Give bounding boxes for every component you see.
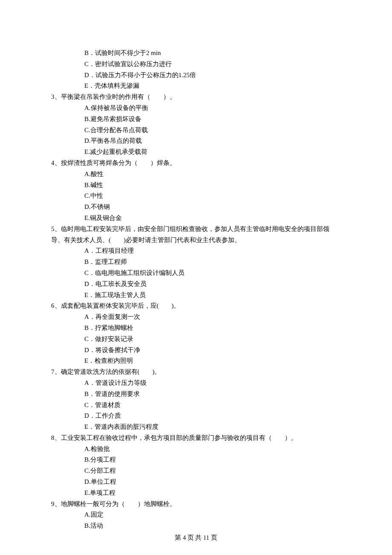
question-options: A.检验批 B.分项工程 C.分部工程 D.单位工程 E.单项工程 [51,444,341,499]
option-a: A.酸性 [84,169,341,180]
option-b: B．拧紧地脚螺栓 [84,323,341,334]
question-options: A.固定 B.活动 [51,509,341,532]
question-stem: 5、临时用电工程安装完毕后，由安全部门组织检查验收，参加人员有主管临时用电安全的… [51,224,341,246]
option-d: D.不锈钢 [84,202,341,213]
question-6: 6、成套配电装置柜体安装完毕后，应( )。 A．再全面复测一次 B．拧紧地脚螺栓… [51,301,341,367]
option-e: E．施工现场主管人员 [84,290,341,301]
question-stem: 4、按焊渣性质可将焊条分为（ ）焊条。 [51,158,341,169]
option-c: C.中性 [84,191,341,202]
question-4: 4、按焊渣性质可将焊条分为（ ）焊条。 A.酸性 B.碱性 C.中性 D.不锈钢… [51,158,341,224]
option-b: B.分项工程 [84,454,341,465]
option-c: C．密封试验宜以公称压力进行 [84,59,341,70]
option-e: E．壳体填料无渗漏 [84,81,341,92]
question-options: A．管道设计压力等级 B．管道的使用要求 C．管道材质 D．工作介质 E．管道内… [51,378,341,433]
option-a: A．再全面复测一次 [84,312,341,323]
option-a: A.检验批 [84,444,341,455]
question-options: A.酸性 B.碱性 C.中性 D.不锈钢 E.铜及铜合金 [51,169,341,224]
question-7: 7、确定管道吹洗方法的依据有( )。 A．管道设计压力等级 B．管道的使用要求 … [51,367,341,433]
question-5: 5、临时用电工程安装完毕后，由安全部门组织检查验收，参加人员有主管临时用电安全的… [51,224,341,301]
option-d: D．将设备擦拭干净 [84,345,341,356]
question-stem: 3、平衡梁在吊装作业时的作用有（ ）。 [51,92,341,103]
option-a: A.保持被吊设备的平衡 [84,103,341,114]
option-c: C．管道材质 [84,400,341,411]
question-stem: 9、地脚螺栓一般可分为（ ）地脚螺栓。 [51,499,341,510]
option-e: E．管道内表面的脏污程度 [84,422,341,433]
option-b: B.避免吊索损坏设备 [84,114,341,125]
question-options: A.保持被吊设备的平衡 B.避免吊索损坏设备 C.合理分配各吊点荷载 D.平衡各… [51,103,341,158]
continuation-options: B．试验时间不得少于2 min C．密封试验宜以公称压力进行 D．试验压力不得小… [51,48,341,92]
option-c: C．做好安装记录 [84,334,341,345]
option-b: B．监理工程师 [84,257,341,268]
option-c: C．临电用电施工组织设计编制人员 [84,268,341,279]
page: B．试验时间不得少于2 min C．密封试验宜以公称压力进行 D．试验压力不得小… [0,0,392,555]
option-c: C.合理分配各吊点荷载 [84,125,341,136]
option-a: A．工程项目经理 [84,246,341,257]
option-b: B．试验时间不得少于2 min [84,48,341,59]
question-3: 3、平衡梁在吊装作业时的作用有（ ）。 A.保持被吊设备的平衡 B.避免吊索损坏… [51,92,341,158]
question-options: A．工程项目经理 B．监理工程师 C．临电用电施工组织设计编制人员 D．电工班长… [51,246,341,301]
question-stem: 8、工业安装工程在验收过程中，承包方项目部的质量部门参与验收的项目有（ ）。 [51,433,341,444]
question-9: 9、地脚螺栓一般可分为（ ）地脚螺栓。 A.固定 B.活动 [51,499,341,532]
page-footer: 第 4 页 共 11 页 [0,532,392,543]
option-d: D．试验压力不得小于公称压力的1.25倍 [84,70,341,81]
option-b: B.活动 [84,520,341,532]
option-d: D.平衡各吊点的荷载 [84,136,341,147]
option-b: B．管道的使用要求 [84,389,341,400]
option-c: C.分部工程 [84,465,341,477]
question-8: 8、工业安装工程在验收过程中，承包方项目部的质量部门参与验收的项目有（ ）。 A… [51,433,341,499]
option-e: E.单项工程 [84,488,341,499]
option-a: A．管道设计压力等级 [84,378,341,389]
option-e: E．检查柜内照明 [84,356,341,367]
option-e: E.铜及铜合金 [84,213,341,224]
question-stem: 7、确定管道吹洗方法的依据有( )。 [51,367,341,378]
option-e: E.减少起重机承受载荷 [84,147,341,158]
option-d: D．工作介质 [84,410,341,422]
option-d: D.单位工程 [84,477,341,488]
question-stem: 6、成套配电装置柜体安装完毕后，应( )。 [51,301,341,312]
option-a: A.固定 [84,509,341,520]
question-options: A．再全面复测一次 B．拧紧地脚螺栓 C．做好安装记录 D．将设备擦拭干净 E．… [51,312,341,367]
option-b: B.碱性 [84,180,341,191]
option-d: D．电工班长及安全员 [84,279,341,290]
